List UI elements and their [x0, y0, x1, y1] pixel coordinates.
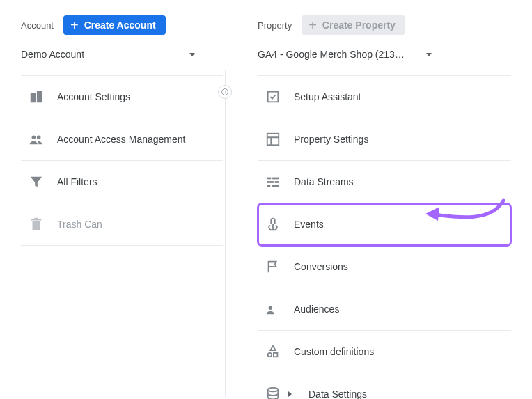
menu-item-label: Audiences [294, 303, 504, 315]
menu-item-conversions[interactable]: Conversions [258, 246, 511, 288]
menu-item-data-settings[interactable]: Data Settings [258, 373, 511, 399]
create-property-button: + Create Property [302, 15, 405, 35]
property-header-label: Property [258, 20, 292, 31]
menu-item-label: Property Settings [294, 133, 504, 146]
account-menu: Account Settings Account Access Manageme… [21, 75, 223, 246]
create-account-label: Create Account [84, 19, 156, 31]
svg-rect-8 [275, 181, 279, 183]
svg-rect-7 [267, 181, 274, 183]
menu-item-audiences[interactable]: Audiences [258, 288, 511, 331]
filter-icon [28, 173, 45, 190]
account-selector[interactable]: Demo Account [21, 46, 195, 70]
svg-point-12 [268, 353, 272, 357]
audience-icon [265, 301, 281, 318]
svg-point-14 [268, 388, 279, 392]
create-account-button[interactable]: + Create Account [63, 15, 166, 35]
shapes-icon [265, 343, 281, 360]
svg-point-2 [37, 136, 40, 140]
menu-item-label: All Filters [57, 175, 216, 188]
menu-item-setup-assistant[interactable]: Setup Assistant [258, 75, 511, 118]
property-column: Property + Create Property GA4 - Google … [237, 14, 511, 399]
menu-item-data-streams[interactable]: Data Streams [258, 161, 511, 203]
streams-icon [265, 173, 281, 190]
chevron-down-icon [426, 53, 432, 56]
svg-rect-6 [272, 178, 279, 180]
svg-point-11 [269, 306, 273, 310]
account-column: Account + Create Account Demo Account Ac… [21, 14, 237, 399]
menu-item-label: Account Access Management [57, 133, 216, 146]
chevron-down-icon [189, 53, 195, 56]
chevron-right-icon [288, 391, 292, 397]
menu-item-account-access[interactable]: Account Access Management [21, 118, 223, 161]
touch-icon [265, 216, 281, 233]
account-header-label: Account [21, 20, 54, 31]
layout-icon [265, 131, 281, 148]
svg-point-0 [222, 89, 228, 95]
menu-item-trash-can[interactable]: Trash Can [21, 203, 223, 246]
menu-item-events[interactable]: Events [258, 203, 511, 246]
menu-item-label: Events [294, 218, 504, 230]
buildings-icon [28, 88, 45, 105]
checklist-icon [265, 88, 281, 105]
menu-item-all-filters[interactable]: All Filters [21, 161, 223, 203]
menu-item-label: Custom definitions [294, 345, 504, 358]
menu-item-custom-definitions[interactable]: Custom definitions [258, 331, 511, 373]
column-divider [225, 70, 226, 397]
pane-toggle-button[interactable] [218, 85, 232, 99]
trash-icon [28, 216, 45, 233]
menu-item-label: Data Settings [308, 388, 504, 399]
menu-item-property-settings[interactable]: Property Settings [258, 118, 511, 161]
svg-rect-9 [267, 185, 271, 187]
svg-rect-3 [268, 92, 279, 102]
svg-rect-5 [267, 178, 272, 180]
property-selector[interactable]: GA4 - Google Merch Shop (213… [258, 46, 432, 70]
menu-item-label: Data Streams [294, 175, 504, 188]
plus-icon: + [308, 20, 317, 30]
plus-icon: + [70, 20, 79, 30]
property-selected-text: GA4 - Google Merch Shop (213… [258, 49, 405, 60]
svg-rect-4 [267, 134, 279, 146]
database-icon [265, 386, 281, 399]
svg-rect-13 [274, 353, 278, 357]
flag-icon [265, 258, 281, 275]
menu-item-label: Conversions [294, 260, 504, 273]
people-icon [28, 131, 45, 148]
svg-point-1 [32, 136, 36, 140]
account-selected-text: Demo Account [21, 49, 84, 60]
menu-item-label: Trash Can [57, 218, 216, 230]
create-property-label: Create Property [322, 19, 396, 31]
menu-item-label: Setup Assistant [294, 91, 504, 103]
svg-rect-10 [272, 185, 279, 187]
menu-item-label: Account Settings [57, 91, 216, 103]
property-menu: Setup Assistant Property Settings Data S… [258, 75, 511, 399]
menu-item-account-settings[interactable]: Account Settings [21, 75, 223, 118]
